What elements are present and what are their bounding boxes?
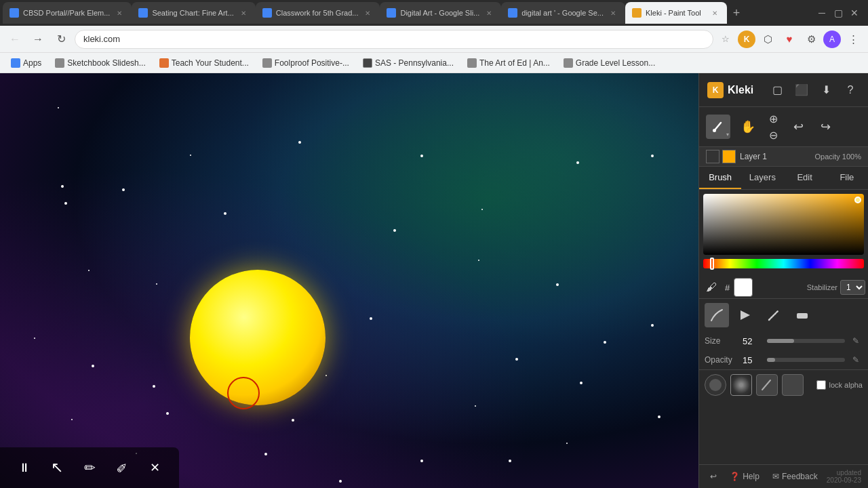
minimize-button[interactable]: ─ bbox=[816, 7, 827, 18]
tab-layers[interactable]: Layers bbox=[741, 167, 783, 189]
brush-tool-button[interactable]: ✏ bbox=[76, 454, 103, 481]
cursor-tool-button[interactable]: ↖ bbox=[43, 454, 71, 481]
tab-kleki[interactable]: Kleki - Paint Tool ✕ bbox=[625, 2, 727, 24]
tab-close-seating[interactable]: ✕ bbox=[238, 7, 249, 18]
layer-info: Layer 1 Opacity 100% bbox=[699, 147, 868, 167]
back-button[interactable]: ← bbox=[5, 30, 24, 49]
help-button[interactable]: ❓ Help bbox=[726, 470, 764, 483]
lock-alpha-checkbox[interactable] bbox=[816, 380, 826, 390]
download-icon[interactable]: ⬇ bbox=[816, 81, 835, 100]
stabilizer-select[interactable]: 123 bbox=[840, 280, 865, 295]
extension-icon-1[interactable]: K bbox=[738, 30, 755, 48]
eraser-tool-button[interactable]: ✏ bbox=[103, 449, 142, 487]
tab-title-kleki: Kleki - Paint Tool bbox=[646, 9, 705, 17]
color-swatch[interactable] bbox=[734, 278, 753, 297]
help-icon-circle: ❓ bbox=[730, 472, 740, 481]
brush-circle-preview[interactable] bbox=[705, 374, 726, 396]
paint-brush-small-icon[interactable]: 🖌 bbox=[702, 278, 721, 297]
tab-cbsd[interactable]: CBSD Portal//Park Elem... ✕ bbox=[3, 2, 132, 24]
pause-button[interactable]: ⏸ bbox=[11, 454, 38, 481]
hand-tool-btn[interactable]: ✋ bbox=[736, 115, 760, 139]
undo-button[interactable]: ↩ bbox=[786, 115, 810, 139]
zoom-in-button[interactable]: ⊕ bbox=[766, 111, 781, 126]
tab-title-search: digital art ' - Google Se... bbox=[521, 9, 604, 17]
opacity-slider[interactable] bbox=[767, 358, 845, 362]
tab-classwork[interactable]: Classwork for 5th Grad... ✕ bbox=[256, 2, 380, 24]
kleki-footer: ↩ ❓ Help ✉ Feedback updated 2020-09-23 bbox=[699, 464, 868, 488]
feedback-button[interactable]: ✉ Feedback bbox=[768, 470, 822, 483]
tab-close-kleki[interactable]: ✕ bbox=[709, 7, 720, 18]
tab-close-digitalart[interactable]: ✕ bbox=[484, 7, 494, 18]
size-slider[interactable] bbox=[767, 339, 845, 343]
tab-digitalart[interactable]: Digital Art - Google Sli... ✕ bbox=[380, 2, 501, 24]
save-icon[interactable]: ⬛ bbox=[792, 81, 811, 100]
tool-dropdown-arrow: ▾ bbox=[726, 131, 729, 138]
extension-icon-2[interactable]: ⬡ bbox=[758, 30, 777, 49]
layer-bg-swatch bbox=[706, 150, 719, 163]
bookmark-star-icon[interactable]: ☆ bbox=[717, 31, 734, 47]
updated-date: 2020-09-23 bbox=[827, 476, 861, 484]
tab-file[interactable]: File bbox=[826, 167, 868, 189]
bookmark-label-teach: Teach Your Student... bbox=[172, 58, 249, 68]
profile-avatar[interactable]: A bbox=[823, 30, 841, 48]
undo-footer-button[interactable]: ↩ bbox=[706, 470, 721, 483]
tab-close-search[interactable]: ✕ bbox=[608, 7, 618, 18]
bottom-toolbar: ⏸ ↖ ✏ ✏ ✕ bbox=[0, 447, 179, 488]
tab-favicon-cbsd bbox=[9, 8, 19, 18]
fill-tool-btn[interactable] bbox=[733, 303, 757, 327]
layer-fg-swatch bbox=[722, 150, 736, 163]
address-bar[interactable]: kleki.com bbox=[75, 30, 713, 49]
bookmark-foolproof[interactable]: Foolproof Positive-... bbox=[257, 57, 355, 69]
brush-texture-preview[interactable] bbox=[730, 374, 752, 396]
stabilizer-label: Stabilizer bbox=[807, 283, 837, 291]
extension-icon-4[interactable]: ⚙ bbox=[802, 30, 821, 49]
new-tab-button[interactable]: + bbox=[727, 3, 746, 22]
tab-brush[interactable]: Brush bbox=[699, 167, 741, 189]
bookmark-sas[interactable]: SAS - Pennsylvania... bbox=[357, 57, 459, 69]
layer-color-preview bbox=[706, 150, 736, 163]
brush-square-preview[interactable] bbox=[782, 374, 804, 396]
smudge-tool-btn[interactable] bbox=[762, 303, 786, 327]
color-gradient-picker[interactable] bbox=[703, 194, 864, 255]
brush-circle-inner bbox=[709, 379, 722, 391]
tab-seating[interactable]: Seating Chart: Fine Art... ✕ bbox=[132, 2, 255, 24]
bookmark-teach[interactable]: Teach Your Student... bbox=[154, 57, 254, 69]
erase-tool-btn[interactable] bbox=[790, 303, 814, 327]
canvas-area[interactable]: ⏸ ↖ ✏ ✏ ✕ bbox=[0, 73, 698, 488]
svg-rect-2 bbox=[797, 313, 808, 319]
size-edit-button[interactable]: ✎ bbox=[849, 334, 863, 348]
bookmark-artofed[interactable]: The Art of Ed | An... bbox=[462, 57, 555, 69]
stroke-tool-btn[interactable] bbox=[705, 303, 729, 327]
color-gradient-dot bbox=[854, 197, 861, 203]
reload-button[interactable]: ↻ bbox=[52, 30, 71, 49]
bookmark-label-artofed: The Art of Ed | An... bbox=[479, 58, 550, 68]
bookmark-sketchbook[interactable]: Sketchbook Slidesh... bbox=[50, 57, 151, 69]
help-icon[interactable]: ? bbox=[841, 81, 860, 100]
opacity-label-left: Opacity bbox=[705, 355, 738, 365]
tab-close-classwork[interactable]: ✕ bbox=[362, 7, 373, 18]
hue-bar[interactable] bbox=[703, 259, 864, 268]
updated-info: updated 2020-09-23 bbox=[827, 469, 861, 484]
forward-button[interactable]: → bbox=[28, 30, 47, 49]
zoom-out-button[interactable]: ⊖ bbox=[766, 127, 781, 142]
tab-close-cbsd[interactable]: ✕ bbox=[114, 7, 125, 18]
new-canvas-icon[interactable]: ▢ bbox=[768, 81, 787, 100]
redo-button[interactable]: ↪ bbox=[813, 115, 837, 139]
bookmark-gradelevel[interactable]: Grade Level Lesson... bbox=[558, 57, 660, 69]
tab-search[interactable]: digital art ' - Google Se... ✕ bbox=[501, 2, 625, 24]
stabilizer-section: Stabilizer 123 bbox=[807, 280, 865, 295]
close-window-button[interactable]: ✕ bbox=[849, 7, 860, 18]
tab-edit[interactable]: Edit bbox=[784, 167, 826, 189]
kleki-panel: K Kleki ▢ ⬛ ⬇ ? ▾ ✋ ⊕ ⊖ bbox=[698, 73, 868, 488]
bookmark-apps[interactable]: Apps bbox=[5, 57, 47, 69]
brush-type-row bbox=[699, 298, 868, 331]
more-options-icon[interactable]: ⋮ bbox=[844, 30, 863, 49]
brush-pencil-preview[interactable] bbox=[756, 374, 778, 396]
size-value: 52 bbox=[743, 336, 763, 346]
kleki-logo-icon: K bbox=[707, 82, 724, 98]
extension-icon-3[interactable]: ♥ bbox=[780, 30, 799, 49]
opacity-edit-button[interactable]: ✎ bbox=[849, 353, 863, 367]
maximize-button[interactable]: ▢ bbox=[833, 7, 844, 18]
brush-tool-btn[interactable]: ▾ bbox=[706, 115, 730, 139]
close-button[interactable]: ✕ bbox=[141, 454, 168, 481]
